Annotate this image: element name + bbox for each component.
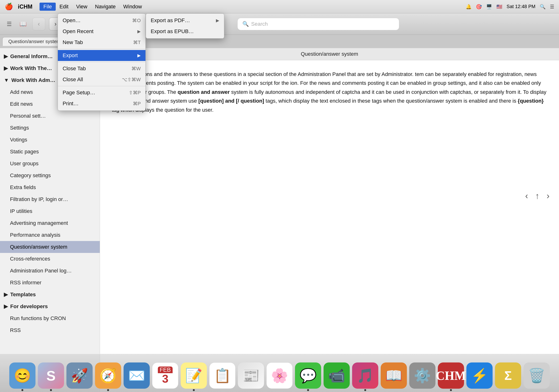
dock-system-prefs[interactable]: ⚙️ <box>409 363 435 389</box>
sidebar-group-workadm-label: Work With Adm… <box>11 77 55 83</box>
sidebar-group-templates[interactable]: ▶ Templates <box>0 289 100 300</box>
content-title-bar: Question/answer system ‹ ↑ › <box>100 48 559 60</box>
sidebar-item-settings[interactable]: Settings <box>0 122 100 134</box>
sidebar-item-admin-log[interactable]: Administration Panel log… <box>0 265 100 277</box>
sidebar-item-filtration[interactable]: Filtration by IP, login or… <box>0 193 100 205</box>
sm-export-pdf[interactable]: Export as PDF… ▶ <box>146 15 224 26</box>
sidebar-item-advertising[interactable]: Advertising management <box>0 217 100 229</box>
dock-safari[interactable]: 🧭 <box>95 363 121 389</box>
sidebar-item-extra-fields[interactable]: Extra fields <box>0 181 100 193</box>
forward-icon: › <box>55 20 57 28</box>
sidebar-item-rss[interactable]: RSS <box>0 324 100 336</box>
fm-close-tab[interactable]: Close Tab ⌘W <box>58 63 145 74</box>
sidebar-item-cron[interactable]: Run functions by CRON <box>0 312 100 324</box>
dock-notes[interactable]: 📝 <box>181 363 207 389</box>
menu-view[interactable]: View <box>72 3 91 11</box>
sidebar-group-developers-label: For developers <box>10 303 48 310</box>
sidebar-item-votings[interactable]: Votings <box>0 134 100 146</box>
notification-icon[interactable]: 🔔 <box>466 4 472 9</box>
fm-open-shortcut: ⌘O <box>132 18 141 23</box>
dock-news[interactable]: 📰 <box>238 363 264 389</box>
arrow-workadm-icon: ▼ <box>4 77 9 83</box>
dock-mail[interactable]: ✉️ <box>124 363 150 389</box>
dock-books[interactable]: 📖 <box>381 363 407 389</box>
fm-print-label: Print… <box>63 101 79 107</box>
sidebar-item-performance[interactable]: Performance analysis <box>0 229 100 241</box>
dock-reeder[interactable]: ⚡ <box>466 363 493 389</box>
fm-open-recent[interactable]: Open Recent ▶ <box>58 26 145 37</box>
fm-new-tab-shortcut: ⌘T <box>133 39 141 45</box>
dock-music-dot <box>364 389 366 391</box>
fm-open[interactable]: Open… ⌘O <box>58 15 145 26</box>
sidebar-toggle-button[interactable]: ☰ <box>5 19 14 29</box>
sidebar-item-category-settings[interactable]: Category settings <box>0 169 100 181</box>
dock-music[interactable]: 🎵 <box>352 363 378 389</box>
content-up-arrow[interactable]: ↑ <box>533 190 542 202</box>
fm-close-tab-label: Close Tab <box>63 65 86 72</box>
search-icon: 🔍 <box>242 21 249 27</box>
fm-page-setup-label: Page Setup… <box>63 90 95 96</box>
dock-reminders[interactable]: 📋 <box>209 363 235 389</box>
dock-siri[interactable]: S <box>38 363 64 389</box>
content-forward-arrow[interactable]: › <box>544 190 552 202</box>
search-menubar-icon[interactable]: 🔍 <box>540 4 546 9</box>
control-center-icon[interactable]: ☰ <box>550 4 554 9</box>
content-back-arrow[interactable]: ‹ <box>523 190 531 202</box>
menu-window[interactable]: Window <box>120 3 146 11</box>
arrow-general-icon: ▶ <box>4 53 8 60</box>
dock-soulver[interactable]: Σ <box>495 363 521 389</box>
fm-close-all[interactable]: Close All ⌥⇧⌘W <box>58 74 145 85</box>
dock-messages-dot <box>307 389 309 391</box>
sm-export-epub[interactable]: Export as EPUB… <box>146 26 224 37</box>
sidebar-group-developers[interactable]: ▶ For developers <box>0 300 100 312</box>
sidebar-group-templates-label: Templates <box>10 291 36 298</box>
dock-calendar[interactable]: FEB 3 <box>152 363 178 389</box>
fm-page-setup[interactable]: Page Setup… ⇧⌘P <box>58 87 145 98</box>
content-nav: ‹ ↑ › <box>523 190 552 202</box>
sidebar-item-static-pages[interactable]: Static pages <box>0 146 100 158</box>
sidebar-item-cross-references[interactable]: Cross-references <box>0 253 100 265</box>
back-button[interactable]: ‹ <box>32 18 45 30</box>
clock: Sat 12:48 PM <box>507 4 535 9</box>
fm-sep2 <box>58 62 145 62</box>
tab-label: Question/answer system <box>8 39 60 44</box>
dock-messages[interactable]: 💬 <box>295 363 321 389</box>
sidebar-item-ip-utilities[interactable]: IP utilities <box>0 205 100 217</box>
sidebar-item-rss-informer[interactable]: RSS informer <box>0 277 100 289</box>
dock-siri-dot <box>50 389 52 391</box>
display-icon[interactable]: 🖥️ <box>486 4 492 9</box>
fm-export[interactable]: Export ▶ <box>58 50 145 61</box>
file-menu[interactable]: Open… ⌘O Open Recent ▶ New Tab ⌘T Export… <box>58 13 146 111</box>
dock-launchpad[interactable]: 🚀 <box>66 363 93 389</box>
sidebar-item-user-groups[interactable]: User groups <box>0 158 100 169</box>
fm-sep3 <box>58 86 145 86</box>
fm-open-label: Open… <box>63 17 81 24</box>
app-name: iCHM <box>18 3 32 10</box>
target-icon[interactable]: 🎯 <box>476 4 482 9</box>
sidebar-item-personal-settings[interactable]: Personal sett… <box>0 110 100 122</box>
dock-photos[interactable]: 🌸 <box>266 363 293 389</box>
dock-trash[interactable]: 🗑️ <box>523 363 550 389</box>
sidebar-section-templates: ▶ Templates <box>0 289 100 300</box>
arrow-workwith-icon: ▶ <box>4 65 8 71</box>
sidebar-group-general-label: General Inform… <box>10 53 53 60</box>
apple-menu[interactable]: 🍎 <box>5 3 13 10</box>
dock-ichm[interactable]: CHM <box>438 363 464 389</box>
export-submenu[interactable]: Export as PDF… ▶ Export as EPUB… <box>146 13 224 38</box>
fm-new-tab-label: New Tab <box>63 39 83 46</box>
menu-edit[interactable]: Edit <box>56 3 72 11</box>
fm-export-arrow: ▶ <box>137 53 141 58</box>
fm-new-tab[interactable]: New Tab ⌘T <box>58 37 145 48</box>
fm-export-label: Export <box>63 52 78 59</box>
sm-export-pdf-arrow: ▶ <box>216 18 219 23</box>
dock-facetime[interactable]: 📹 <box>324 363 350 389</box>
search-bar[interactable]: 🔍 Search <box>237 18 399 30</box>
menu-navigate[interactable]: Navigate <box>91 3 120 11</box>
sidebar-item-qa-system[interactable]: Question/answer system <box>0 241 100 253</box>
sidebar-icon-button[interactable]: 📖 <box>18 19 28 29</box>
menu-file[interactable]: File <box>39 3 56 11</box>
fm-print[interactable]: Print… ⌘P <box>58 98 145 109</box>
dock-notes-dot <box>193 389 195 391</box>
flag-icon[interactable]: 🇺🇸 <box>496 4 502 9</box>
dock-finder[interactable]: 😊 <box>9 363 36 389</box>
